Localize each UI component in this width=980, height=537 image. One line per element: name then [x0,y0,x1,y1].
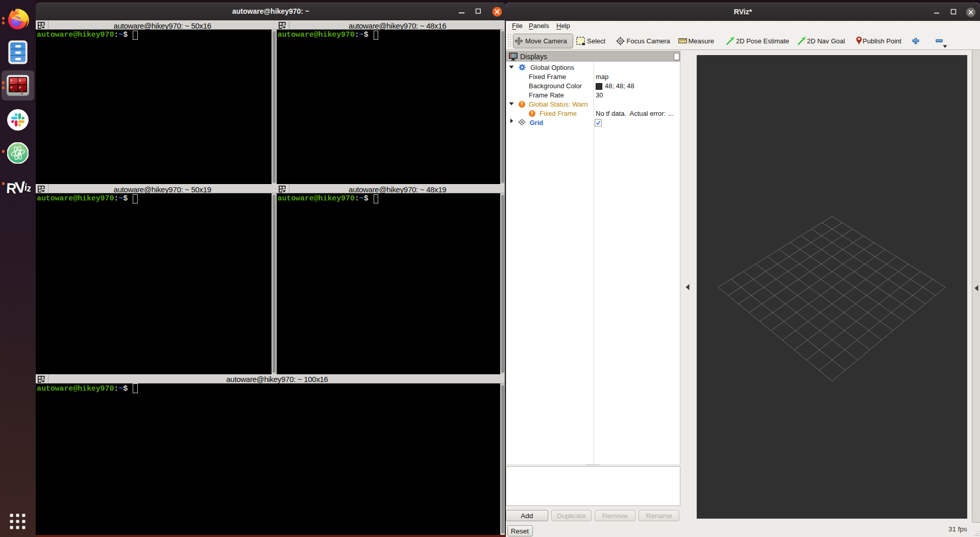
svg-text:_: _ [12,88,15,92]
svg-text:z: z [27,183,31,193]
svg-text:_: _ [20,88,23,92]
